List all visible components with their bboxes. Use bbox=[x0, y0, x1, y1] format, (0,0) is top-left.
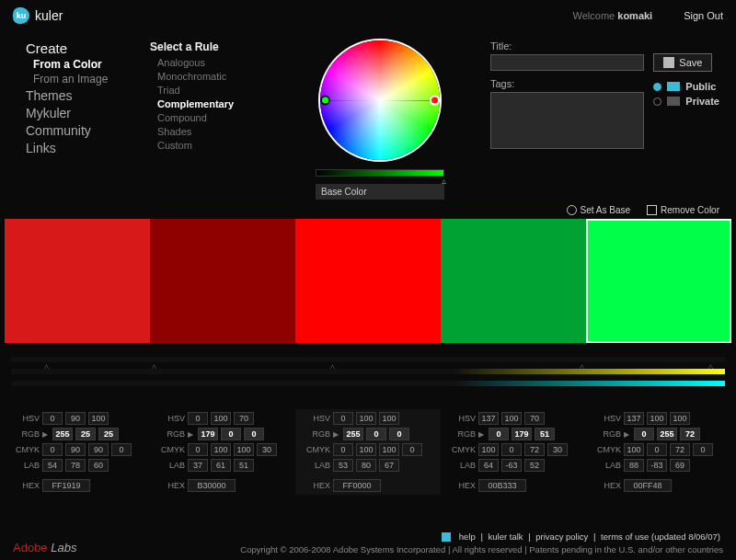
footer-link[interactable]: terms of use (updated 8/06/07) bbox=[601, 531, 720, 542]
value-box[interactable]: 100 bbox=[88, 412, 109, 425]
remove-color-button[interactable]: Remove Color bbox=[647, 205, 719, 215]
value-box[interactable]: 0 bbox=[389, 428, 409, 440]
set-as-base-button[interactable]: Set As Base bbox=[567, 205, 630, 215]
footer-link[interactable]: privacy policy bbox=[535, 531, 588, 542]
nav-from-image[interactable]: From an Image bbox=[33, 73, 122, 86]
hex-box[interactable]: B30000 bbox=[188, 479, 236, 492]
brightness-slider[interactable] bbox=[316, 169, 444, 177]
value-box[interactable]: 137 bbox=[478, 412, 499, 425]
value-box[interactable]: 255 bbox=[52, 428, 73, 440]
nav-links[interactable]: Links bbox=[26, 141, 122, 155]
value-box[interactable]: 100 bbox=[501, 412, 522, 425]
value-box[interactable]: 100 bbox=[478, 443, 499, 456]
value-box[interactable]: 72 bbox=[680, 428, 700, 440]
value-box[interactable]: 179 bbox=[198, 428, 218, 440]
rule-triad[interactable]: Triad bbox=[157, 85, 270, 96]
value-box[interactable]: 78 bbox=[65, 459, 86, 472]
value-box[interactable]: 30 bbox=[547, 443, 568, 456]
nav-themes[interactable]: Themes bbox=[26, 88, 122, 103]
value-box[interactable]: 0 bbox=[221, 428, 241, 440]
radio-private[interactable]: Private bbox=[653, 96, 719, 107]
nav-community[interactable]: Community bbox=[26, 123, 122, 138]
value-box[interactable]: 0 bbox=[489, 428, 509, 440]
nav-mykuler[interactable]: Mykuler bbox=[26, 106, 122, 120]
value-box[interactable]: 0 bbox=[244, 428, 264, 440]
value-box[interactable]: 100 bbox=[211, 412, 231, 425]
wheel-handle-left[interactable] bbox=[320, 96, 330, 106]
value-box[interactable]: 0 bbox=[402, 443, 422, 456]
hex-box[interactable]: FF0000 bbox=[333, 479, 381, 492]
val-slider[interactable] bbox=[11, 381, 725, 386]
value-box[interactable]: 70 bbox=[524, 412, 545, 425]
title-input[interactable] bbox=[490, 54, 644, 71]
footer-link[interactable]: help bbox=[459, 531, 476, 542]
value-box[interactable]: 100 bbox=[670, 412, 690, 425]
value-box[interactable]: 137 bbox=[624, 412, 644, 425]
value-box[interactable]: 255 bbox=[343, 428, 363, 440]
value-box[interactable]: 0 bbox=[333, 412, 353, 425]
color-wheel[interactable] bbox=[320, 40, 440, 160]
hue-slider[interactable]: △ △ △ △ △ bbox=[11, 357, 725, 362]
value-box[interactable]: 100 bbox=[379, 412, 399, 425]
swatch-0[interactable] bbox=[5, 219, 150, 343]
nav-from-color[interactable]: From a Color bbox=[33, 58, 122, 71]
value-box[interactable]: 100 bbox=[211, 443, 231, 456]
value-box[interactable]: 54 bbox=[42, 459, 63, 472]
rule-custom[interactable]: Custom bbox=[157, 140, 270, 151]
swatch-3[interactable] bbox=[441, 219, 586, 343]
value-box[interactable]: 0 bbox=[634, 428, 654, 440]
value-box[interactable]: 0 bbox=[188, 443, 208, 456]
value-box[interactable]: 90 bbox=[88, 443, 109, 456]
wheel-handle-right[interactable] bbox=[430, 96, 440, 106]
save-button[interactable]: Save bbox=[653, 53, 712, 72]
value-box[interactable]: 0 bbox=[366, 428, 386, 440]
value-box[interactable]: 100 bbox=[356, 412, 376, 425]
swatch-2[interactable] bbox=[295, 219, 441, 343]
value-box[interactable]: 25 bbox=[98, 428, 119, 440]
value-box[interactable]: 0 bbox=[501, 443, 522, 456]
rule-monochromatic[interactable]: Monochromatic bbox=[157, 71, 270, 82]
hex-box[interactable]: 00B333 bbox=[478, 479, 526, 492]
rule-analogous[interactable]: Analogous bbox=[157, 57, 270, 68]
footer-link[interactable]: kuler talk bbox=[489, 531, 523, 542]
value-box[interactable]: 100 bbox=[647, 412, 667, 425]
value-box[interactable]: 72 bbox=[670, 443, 690, 456]
value-box[interactable]: 90 bbox=[65, 412, 86, 425]
value-box[interactable]: 179 bbox=[512, 428, 532, 440]
value-box[interactable]: -83 bbox=[647, 459, 667, 472]
sign-out-link[interactable]: Sign Out bbox=[684, 10, 723, 21]
value-box[interactable]: 61 bbox=[211, 459, 231, 472]
value-box[interactable]: 80 bbox=[356, 459, 376, 472]
value-box[interactable]: 88 bbox=[624, 459, 644, 472]
value-box[interactable]: 100 bbox=[356, 443, 376, 456]
sat-slider[interactable] bbox=[11, 369, 725, 374]
value-box[interactable]: 0 bbox=[333, 443, 353, 456]
value-box[interactable]: 30 bbox=[257, 443, 277, 456]
value-box[interactable]: 70 bbox=[234, 412, 254, 425]
value-box[interactable]: 90 bbox=[65, 443, 86, 456]
radio-public[interactable]: Public bbox=[653, 81, 719, 92]
value-box[interactable]: 53 bbox=[333, 459, 353, 472]
value-box[interactable]: 37 bbox=[188, 459, 208, 472]
value-box[interactable]: 0 bbox=[42, 412, 63, 425]
value-box[interactable]: 51 bbox=[535, 428, 555, 440]
value-box[interactable]: 0 bbox=[111, 443, 132, 456]
hex-box[interactable]: 00FF48 bbox=[624, 479, 672, 492]
value-box[interactable]: 255 bbox=[657, 428, 677, 440]
nav-create[interactable]: Create bbox=[26, 40, 122, 56]
swatch-1[interactable] bbox=[150, 219, 295, 343]
hex-box[interactable]: FF1919 bbox=[42, 479, 90, 492]
value-box[interactable]: 0 bbox=[693, 443, 713, 456]
value-box[interactable]: 72 bbox=[524, 443, 545, 456]
value-box[interactable]: 25 bbox=[75, 428, 96, 440]
value-box[interactable]: 67 bbox=[379, 459, 399, 472]
tags-input[interactable] bbox=[490, 92, 644, 149]
swatch-4[interactable] bbox=[586, 219, 731, 343]
value-box[interactable]: 100 bbox=[234, 443, 254, 456]
value-box[interactable]: 51 bbox=[234, 459, 254, 472]
rule-complementary[interactable]: Complementary bbox=[157, 98, 270, 109]
value-box[interactable]: 69 bbox=[670, 459, 690, 472]
value-box[interactable]: 100 bbox=[379, 443, 399, 456]
value-box[interactable]: 0 bbox=[188, 412, 208, 425]
value-box[interactable]: 52 bbox=[524, 459, 545, 472]
